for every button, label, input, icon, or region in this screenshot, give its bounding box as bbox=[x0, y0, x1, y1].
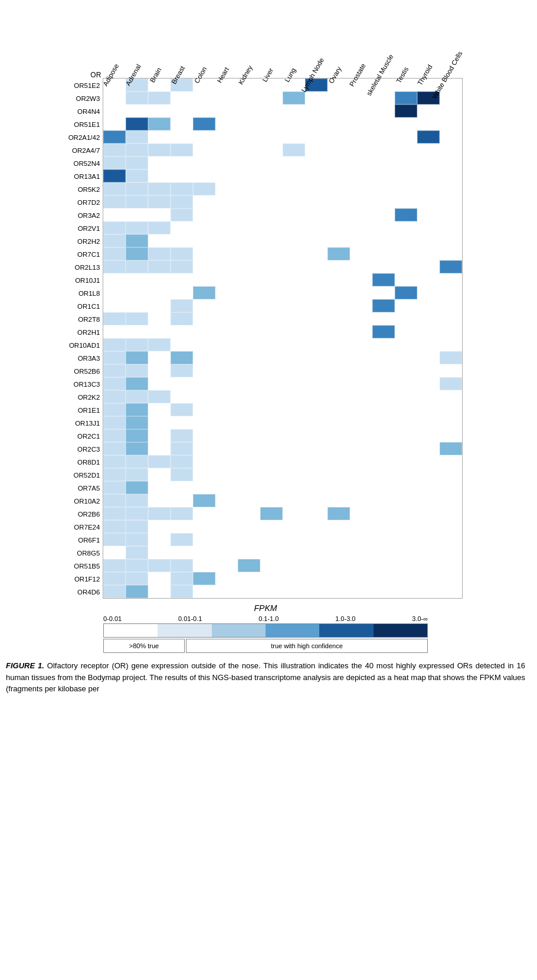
cell-7-5 bbox=[215, 169, 238, 182]
grid-row-14 bbox=[103, 260, 462, 273]
cell-8-1 bbox=[126, 182, 148, 195]
grid-row-18 bbox=[103, 312, 462, 325]
grid-row-23 bbox=[103, 377, 462, 390]
cell-17-0 bbox=[103, 299, 126, 312]
cell-7-15 bbox=[440, 169, 462, 182]
cell-17-8 bbox=[283, 299, 305, 312]
cell-20-3 bbox=[171, 338, 193, 351]
cell-19-1 bbox=[126, 325, 148, 338]
cell-33-15 bbox=[440, 507, 462, 520]
cell-14-11 bbox=[350, 260, 372, 273]
cell-23-8 bbox=[283, 377, 305, 390]
cell-4-12 bbox=[372, 130, 395, 143]
cell-18-5 bbox=[215, 312, 238, 325]
cell-28-1 bbox=[126, 442, 148, 455]
cell-19-9 bbox=[305, 325, 328, 338]
cell-22-12 bbox=[372, 364, 395, 377]
cell-10-10 bbox=[328, 208, 350, 221]
cell-32-0 bbox=[103, 494, 126, 507]
cell-36-8 bbox=[283, 546, 305, 559]
cell-34-15 bbox=[440, 520, 462, 533]
grid-row-1 bbox=[103, 92, 462, 104]
cell-6-7 bbox=[260, 156, 283, 169]
cell-36-15 bbox=[440, 546, 462, 559]
cell-28-11 bbox=[350, 442, 372, 455]
cell-17-6 bbox=[238, 299, 260, 312]
cell-14-9 bbox=[305, 260, 328, 273]
cell-34-1 bbox=[126, 520, 148, 533]
cell-22-14 bbox=[417, 364, 440, 377]
cell-13-5 bbox=[215, 247, 238, 260]
cell-8-7 bbox=[260, 182, 283, 195]
cell-37-15 bbox=[440, 559, 462, 572]
cell-19-7 bbox=[260, 325, 283, 338]
cell-7-1 bbox=[126, 169, 148, 182]
row-label: OR10A2 bbox=[68, 495, 102, 508]
cell-10-1 bbox=[126, 208, 148, 221]
cell-27-5 bbox=[215, 429, 238, 442]
cell-39-13 bbox=[395, 585, 417, 598]
cell-20-15 bbox=[440, 338, 462, 351]
legend-segment-2 bbox=[212, 624, 266, 637]
cell-15-0 bbox=[103, 273, 126, 286]
cell-15-4 bbox=[193, 273, 215, 286]
cell-4-11 bbox=[350, 130, 372, 143]
cell-33-2 bbox=[148, 507, 171, 520]
cell-28-2 bbox=[148, 442, 171, 455]
cell-31-9 bbox=[305, 481, 328, 494]
cell-17-13 bbox=[395, 299, 417, 312]
cell-15-15 bbox=[440, 273, 462, 286]
cell-26-15 bbox=[440, 416, 462, 429]
cell-12-5 bbox=[215, 234, 238, 247]
cell-1-3 bbox=[171, 92, 193, 104]
cell-39-5 bbox=[215, 585, 238, 598]
cell-10-14 bbox=[417, 208, 440, 221]
grid-row-12 bbox=[103, 234, 462, 247]
cell-30-4 bbox=[193, 468, 215, 481]
cell-33-5 bbox=[215, 507, 238, 520]
cell-8-3 bbox=[171, 182, 193, 195]
cell-15-11 bbox=[350, 273, 372, 286]
cell-25-14 bbox=[417, 403, 440, 416]
row-labels-column: OR OR51E2OR2W3OR4N4OR51E1OR2A1/42OR2A4/7… bbox=[68, 8, 103, 599]
cell-5-3 bbox=[171, 143, 193, 156]
cell-24-12 bbox=[372, 390, 395, 403]
cell-27-0 bbox=[103, 429, 126, 442]
cell-11-7 bbox=[260, 221, 283, 234]
cell-6-10 bbox=[328, 156, 350, 169]
cell-10-13 bbox=[395, 208, 417, 221]
cell-2-7 bbox=[260, 104, 283, 117]
cell-2-8 bbox=[283, 104, 305, 117]
cell-36-4 bbox=[193, 546, 215, 559]
cell-14-3 bbox=[171, 260, 193, 273]
cell-38-6 bbox=[238, 572, 260, 585]
grid-row-16 bbox=[103, 286, 462, 299]
row-label: OR2T8 bbox=[68, 313, 102, 326]
cell-34-11 bbox=[350, 520, 372, 533]
col-header-7: Liver bbox=[260, 6, 282, 77]
cell-39-12 bbox=[372, 585, 395, 598]
cell-20-7 bbox=[260, 338, 283, 351]
cell-25-1 bbox=[126, 403, 148, 416]
grid-row-4 bbox=[103, 130, 462, 143]
row-label: OR8D1 bbox=[68, 456, 102, 469]
cell-39-8 bbox=[283, 585, 305, 598]
cell-27-3 bbox=[171, 429, 193, 442]
cell-9-9 bbox=[305, 195, 328, 208]
cell-21-12 bbox=[372, 351, 395, 364]
cell-4-4 bbox=[193, 130, 215, 143]
cell-33-9 bbox=[305, 507, 328, 520]
cell-21-4 bbox=[193, 351, 215, 364]
legend-range-label-0: 0-0.01 bbox=[103, 615, 122, 622]
cell-38-13 bbox=[395, 572, 417, 585]
cell-34-7 bbox=[260, 520, 283, 533]
cell-39-7 bbox=[260, 585, 283, 598]
col-header-11: Prostate bbox=[349, 6, 372, 77]
cell-33-8 bbox=[283, 507, 305, 520]
row-label: OR7E24 bbox=[68, 521, 102, 534]
cell-11-0 bbox=[103, 221, 126, 234]
legend-range-label-4: 3.0-∞ bbox=[412, 615, 428, 622]
row-label: OR4N4 bbox=[68, 105, 102, 118]
cell-26-14 bbox=[417, 416, 440, 429]
cell-2-3 bbox=[171, 104, 193, 117]
